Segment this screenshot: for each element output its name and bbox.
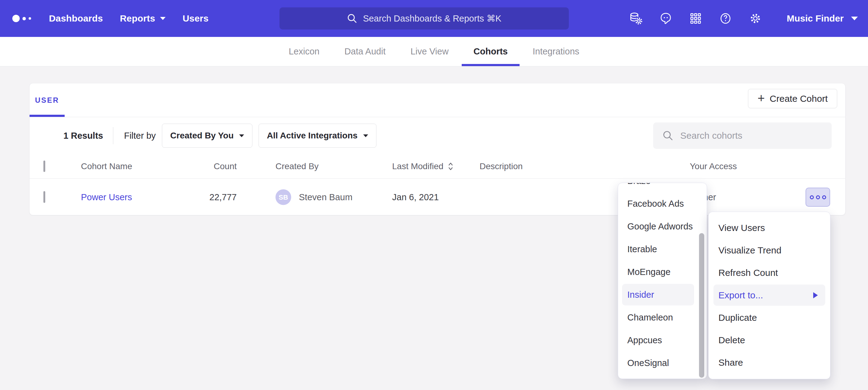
export-item-label: Facebook Ads — [627, 199, 684, 209]
integrations-filter[interactable]: All Active Integrations — [258, 124, 376, 148]
speech-bubble-glyph — [659, 11, 673, 26]
export-item-google-adwords[interactable]: Google Adwords — [618, 215, 707, 238]
menu-item-delete[interactable]: Delete — [709, 329, 830, 351]
menu-item-label: Duplicate — [718, 313, 757, 323]
tab-live-view[interactable]: Live View — [399, 37, 461, 66]
export-item-label: Appcues — [627, 335, 662, 346]
export-item-label: Insider — [627, 290, 654, 300]
tab-data-audit[interactable]: Data Audit — [333, 37, 397, 66]
search-icon — [347, 13, 358, 24]
project-name: Music Finder — [787, 13, 844, 24]
col-count: Count — [175, 161, 237, 171]
row-actions-button[interactable] — [806, 188, 830, 207]
export-item-label: Braze — [627, 183, 651, 186]
tab-lexicon[interactable]: Lexicon — [277, 37, 331, 66]
menu-item-view-users[interactable]: View Users — [709, 217, 830, 239]
col-last-modified-sort[interactable]: Last Modified — [392, 161, 454, 171]
dot-icon — [822, 195, 826, 199]
project-switcher[interactable]: Music Finder — [787, 13, 858, 24]
menu-item-visualize-trend[interactable]: Visualize Trend — [709, 239, 830, 261]
export-destinations-menu: Braze Facebook Ads Google Adwords Iterab… — [618, 183, 707, 379]
export-item-iterable[interactable]: Iterable — [618, 238, 707, 261]
menu-item-label: View Users — [718, 223, 765, 233]
plus-icon: + — [757, 92, 765, 104]
tab-integrations-label: Integrations — [533, 46, 580, 57]
create-cohort-button[interactable]: + Create Cohort — [748, 89, 837, 108]
menu-scrollbar[interactable] — [699, 233, 704, 378]
nav-dashboards[interactable]: Dashboards — [49, 13, 103, 24]
nav-dashboards-label: Dashboards — [49, 13, 103, 24]
tab-integrations[interactable]: Integrations — [521, 37, 591, 66]
export-item-chameleon[interactable]: Chameleon — [618, 306, 707, 329]
menu-item-label: Visualize Trend — [718, 245, 781, 256]
apps-grid-icon[interactable] — [688, 11, 703, 26]
global-search-placeholder: Search Dashboards & Reports ⌘K — [363, 13, 501, 24]
row-checkbox[interactable] — [43, 191, 45, 203]
chevron-down-icon — [363, 134, 368, 137]
table-header: Cohort Name Count Created By Last Modifi… — [30, 154, 845, 179]
create-cohort-label: Create Cohort — [770, 94, 828, 104]
settings-icon[interactable] — [748, 11, 763, 26]
cohorts-page: Dashboards Reports Users Search Dashboar… — [0, 0, 868, 390]
submenu-arrow-icon — [813, 292, 818, 298]
col-last-modified: Last Modified — [392, 161, 443, 171]
topbar-actions: Music Finder — [629, 0, 858, 37]
divider — [113, 127, 113, 144]
filter-bar: 1 Results Filter by Created By You All A… — [30, 117, 845, 154]
cohort-search-placeholder: Search cohorts — [680, 130, 742, 141]
global-search-input[interactable]: Search Dashboards & Reports ⌘K — [279, 7, 569, 30]
export-item-braze[interactable]: Braze — [618, 183, 707, 192]
menu-item-duplicate[interactable]: Duplicate — [709, 306, 830, 329]
menu-item-share[interactable]: Share — [709, 351, 830, 374]
creator-name: Steven Baum — [299, 192, 352, 202]
menu-item-label: Refresh Count — [718, 268, 778, 278]
nav-users-label: Users — [183, 13, 208, 24]
nav-reports[interactable]: Reports — [120, 13, 165, 24]
export-item-label: Chameleon — [627, 313, 673, 323]
data-management-icon[interactable] — [629, 11, 643, 26]
export-item-label: OneSignal — [627, 358, 669, 368]
mixpanel-logo-icon[interactable] — [12, 15, 31, 22]
chevron-down-icon — [851, 17, 858, 20]
feedback-icon[interactable] — [659, 11, 673, 26]
tab-cohorts-label: Cohorts — [473, 46, 507, 57]
created-by-filter-label: Created By You — [170, 131, 234, 140]
menu-item-label: Share — [718, 357, 743, 368]
export-item-insider[interactable]: Insider — [622, 284, 694, 305]
logo-dot-large — [12, 15, 20, 22]
nav-users[interactable]: Users — [183, 13, 208, 24]
cohort-context-menu: View Users Visualize Trend Refresh Count… — [708, 212, 831, 379]
topbar: Dashboards Reports Users Search Dashboar… — [0, 0, 868, 37]
dot-icon — [816, 195, 820, 199]
tab-cohorts[interactable]: Cohorts — [462, 37, 519, 66]
export-item-facebook-ads[interactable]: Facebook Ads — [618, 192, 707, 215]
select-all-checkbox[interactable] — [43, 161, 45, 172]
export-item-onesignal[interactable]: OneSignal — [618, 352, 707, 374]
tab-user-cohorts[interactable]: USER — [30, 83, 65, 117]
data-management-tabs: Lexicon Data Audit Live View Cohorts Int… — [0, 37, 868, 66]
menu-item-refresh-count[interactable]: Refresh Count — [709, 261, 830, 284]
created-by-cell: SB Steven Baum — [276, 190, 352, 205]
col-created-by: Created By — [276, 161, 318, 171]
help-icon[interactable] — [718, 11, 733, 26]
chevron-down-icon — [239, 134, 244, 137]
results-count: 1 Results — [63, 131, 103, 141]
table-row: Power Users 22,777 SB Steven Baum Jan 6,… — [30, 179, 845, 216]
logo-dot-medium — [23, 17, 26, 20]
cohort-search-input[interactable]: Search cohorts — [653, 122, 832, 149]
menu-item-label: Delete — [718, 335, 745, 346]
col-your-access: Your Access — [690, 161, 737, 171]
created-by-filter[interactable]: Created By You — [162, 124, 252, 148]
export-item-appcues[interactable]: Appcues — [618, 329, 707, 352]
cohort-count: 22,777 — [175, 192, 237, 202]
menu-item-export-to[interactable]: Export to... — [713, 285, 825, 306]
dot-icon — [810, 195, 814, 199]
user-tab-underline — [30, 115, 65, 117]
cohort-name-link[interactable]: Power Users — [81, 192, 132, 202]
tab-live-view-label: Live View — [411, 46, 449, 57]
question-circle-glyph — [718, 11, 733, 26]
tab-lexicon-label: Lexicon — [289, 46, 319, 57]
active-tab-underline — [462, 64, 519, 66]
export-item-moengage[interactable]: MoEngage — [618, 261, 707, 283]
primary-nav: Dashboards Reports Users — [49, 13, 209, 24]
